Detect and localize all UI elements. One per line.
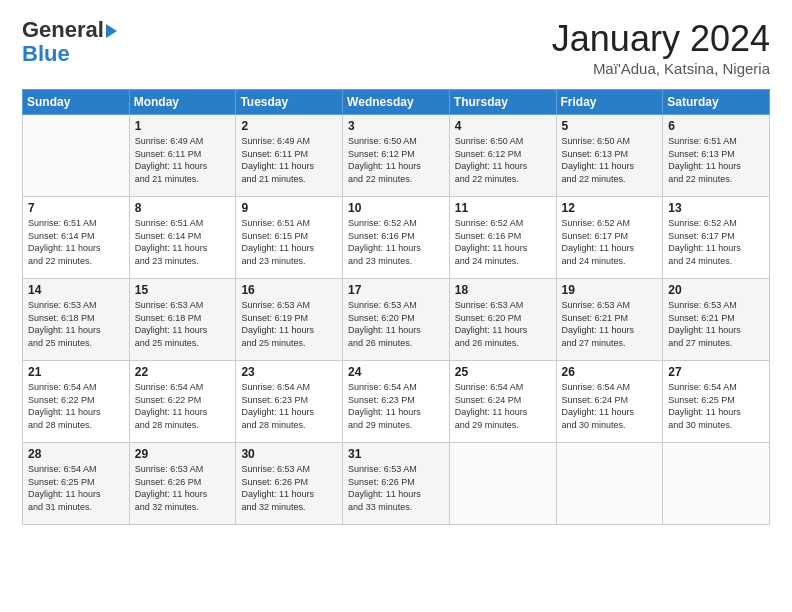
calendar-cell: 6Sunrise: 6:51 AM Sunset: 6:13 PM Daylig… <box>663 115 770 197</box>
day-info: Sunrise: 6:53 AM Sunset: 6:20 PM Dayligh… <box>455 299 551 349</box>
day-info: Sunrise: 6:54 AM Sunset: 6:23 PM Dayligh… <box>241 381 337 431</box>
day-number: 10 <box>348 201 444 215</box>
day-number: 6 <box>668 119 764 133</box>
day-info: Sunrise: 6:53 AM Sunset: 6:20 PM Dayligh… <box>348 299 444 349</box>
calendar-cell: 11Sunrise: 6:52 AM Sunset: 6:16 PM Dayli… <box>449 197 556 279</box>
day-info: Sunrise: 6:51 AM Sunset: 6:15 PM Dayligh… <box>241 217 337 267</box>
calendar-cell: 18Sunrise: 6:53 AM Sunset: 6:20 PM Dayli… <box>449 279 556 361</box>
calendar-cell: 9Sunrise: 6:51 AM Sunset: 6:15 PM Daylig… <box>236 197 343 279</box>
title-block: January 2024 Maï'Adua, Katsina, Nigeria <box>552 18 770 77</box>
logo: General Blue <box>22 18 117 66</box>
day-info: Sunrise: 6:53 AM Sunset: 6:26 PM Dayligh… <box>348 463 444 513</box>
calendar-cell: 2Sunrise: 6:49 AM Sunset: 6:11 PM Daylig… <box>236 115 343 197</box>
day-info: Sunrise: 6:53 AM Sunset: 6:26 PM Dayligh… <box>135 463 231 513</box>
calendar-subtitle: Maï'Adua, Katsina, Nigeria <box>552 60 770 77</box>
day-number: 20 <box>668 283 764 297</box>
day-info: Sunrise: 6:52 AM Sunset: 6:17 PM Dayligh… <box>562 217 658 267</box>
day-number: 18 <box>455 283 551 297</box>
day-info: Sunrise: 6:54 AM Sunset: 6:25 PM Dayligh… <box>28 463 124 513</box>
header-tuesday: Tuesday <box>236 90 343 115</box>
day-number: 5 <box>562 119 658 133</box>
day-number: 27 <box>668 365 764 379</box>
day-info: Sunrise: 6:54 AM Sunset: 6:24 PM Dayligh… <box>562 381 658 431</box>
day-number: 2 <box>241 119 337 133</box>
calendar-cell: 17Sunrise: 6:53 AM Sunset: 6:20 PM Dayli… <box>343 279 450 361</box>
logo-text: General <box>22 18 117 42</box>
header-sunday: Sunday <box>23 90 130 115</box>
calendar-cell: 14Sunrise: 6:53 AM Sunset: 6:18 PM Dayli… <box>23 279 130 361</box>
calendar-cell: 1Sunrise: 6:49 AM Sunset: 6:11 PM Daylig… <box>129 115 236 197</box>
day-info: Sunrise: 6:49 AM Sunset: 6:11 PM Dayligh… <box>135 135 231 185</box>
header-thursday: Thursday <box>449 90 556 115</box>
header-wednesday: Wednesday <box>343 90 450 115</box>
day-number: 19 <box>562 283 658 297</box>
calendar-cell: 29Sunrise: 6:53 AM Sunset: 6:26 PM Dayli… <box>129 443 236 525</box>
day-number: 1 <box>135 119 231 133</box>
calendar-cell <box>23 115 130 197</box>
calendar-week-1: 1Sunrise: 6:49 AM Sunset: 6:11 PM Daylig… <box>23 115 770 197</box>
calendar-cell: 12Sunrise: 6:52 AM Sunset: 6:17 PM Dayli… <box>556 197 663 279</box>
calendar-cell: 7Sunrise: 6:51 AM Sunset: 6:14 PM Daylig… <box>23 197 130 279</box>
day-number: 8 <box>135 201 231 215</box>
header-monday: Monday <box>129 90 236 115</box>
calendar-cell: 24Sunrise: 6:54 AM Sunset: 6:23 PM Dayli… <box>343 361 450 443</box>
day-number: 29 <box>135 447 231 461</box>
calendar-cell: 10Sunrise: 6:52 AM Sunset: 6:16 PM Dayli… <box>343 197 450 279</box>
calendar-cell: 25Sunrise: 6:54 AM Sunset: 6:24 PM Dayli… <box>449 361 556 443</box>
day-info: Sunrise: 6:52 AM Sunset: 6:16 PM Dayligh… <box>455 217 551 267</box>
day-number: 7 <box>28 201 124 215</box>
day-number: 28 <box>28 447 124 461</box>
day-number: 24 <box>348 365 444 379</box>
calendar-cell: 30Sunrise: 6:53 AM Sunset: 6:26 PM Dayli… <box>236 443 343 525</box>
day-number: 15 <box>135 283 231 297</box>
day-number: 12 <box>562 201 658 215</box>
calendar-week-2: 7Sunrise: 6:51 AM Sunset: 6:14 PM Daylig… <box>23 197 770 279</box>
day-number: 17 <box>348 283 444 297</box>
day-info: Sunrise: 6:51 AM Sunset: 6:14 PM Dayligh… <box>28 217 124 267</box>
day-number: 13 <box>668 201 764 215</box>
day-number: 22 <box>135 365 231 379</box>
day-info: Sunrise: 6:54 AM Sunset: 6:24 PM Dayligh… <box>455 381 551 431</box>
day-info: Sunrise: 6:54 AM Sunset: 6:25 PM Dayligh… <box>668 381 764 431</box>
day-number: 9 <box>241 201 337 215</box>
calendar-cell: 4Sunrise: 6:50 AM Sunset: 6:12 PM Daylig… <box>449 115 556 197</box>
day-number: 30 <box>241 447 337 461</box>
day-number: 16 <box>241 283 337 297</box>
day-number: 21 <box>28 365 124 379</box>
calendar-cell <box>556 443 663 525</box>
calendar-cell: 13Sunrise: 6:52 AM Sunset: 6:17 PM Dayli… <box>663 197 770 279</box>
day-info: Sunrise: 6:51 AM Sunset: 6:13 PM Dayligh… <box>668 135 764 185</box>
calendar-cell: 23Sunrise: 6:54 AM Sunset: 6:23 PM Dayli… <box>236 361 343 443</box>
day-number: 26 <box>562 365 658 379</box>
calendar-cell <box>449 443 556 525</box>
calendar-cell: 21Sunrise: 6:54 AM Sunset: 6:22 PM Dayli… <box>23 361 130 443</box>
day-info: Sunrise: 6:54 AM Sunset: 6:22 PM Dayligh… <box>135 381 231 431</box>
day-number: 11 <box>455 201 551 215</box>
calendar-cell: 20Sunrise: 6:53 AM Sunset: 6:21 PM Dayli… <box>663 279 770 361</box>
header-friday: Friday <box>556 90 663 115</box>
header-saturday: Saturday <box>663 90 770 115</box>
day-number: 3 <box>348 119 444 133</box>
day-info: Sunrise: 6:54 AM Sunset: 6:22 PM Dayligh… <box>28 381 124 431</box>
calendar-cell: 31Sunrise: 6:53 AM Sunset: 6:26 PM Dayli… <box>343 443 450 525</box>
day-info: Sunrise: 6:53 AM Sunset: 6:26 PM Dayligh… <box>241 463 337 513</box>
calendar-table: Sunday Monday Tuesday Wednesday Thursday… <box>22 89 770 525</box>
day-info: Sunrise: 6:54 AM Sunset: 6:23 PM Dayligh… <box>348 381 444 431</box>
day-info: Sunrise: 6:50 AM Sunset: 6:13 PM Dayligh… <box>562 135 658 185</box>
day-info: Sunrise: 6:52 AM Sunset: 6:17 PM Dayligh… <box>668 217 764 267</box>
header: General Blue January 2024 Maï'Adua, Kats… <box>22 18 770 77</box>
day-info: Sunrise: 6:53 AM Sunset: 6:21 PM Dayligh… <box>562 299 658 349</box>
calendar-cell <box>663 443 770 525</box>
calendar-cell: 28Sunrise: 6:54 AM Sunset: 6:25 PM Dayli… <box>23 443 130 525</box>
calendar-cell: 15Sunrise: 6:53 AM Sunset: 6:18 PM Dayli… <box>129 279 236 361</box>
calendar-header-row: Sunday Monday Tuesday Wednesday Thursday… <box>23 90 770 115</box>
day-number: 31 <box>348 447 444 461</box>
day-number: 14 <box>28 283 124 297</box>
calendar-week-3: 14Sunrise: 6:53 AM Sunset: 6:18 PM Dayli… <box>23 279 770 361</box>
calendar-cell: 5Sunrise: 6:50 AM Sunset: 6:13 PM Daylig… <box>556 115 663 197</box>
day-info: Sunrise: 6:53 AM Sunset: 6:18 PM Dayligh… <box>28 299 124 349</box>
calendar-week-4: 21Sunrise: 6:54 AM Sunset: 6:22 PM Dayli… <box>23 361 770 443</box>
day-info: Sunrise: 6:53 AM Sunset: 6:18 PM Dayligh… <box>135 299 231 349</box>
calendar-cell: 8Sunrise: 6:51 AM Sunset: 6:14 PM Daylig… <box>129 197 236 279</box>
calendar-week-5: 28Sunrise: 6:54 AM Sunset: 6:25 PM Dayli… <box>23 443 770 525</box>
